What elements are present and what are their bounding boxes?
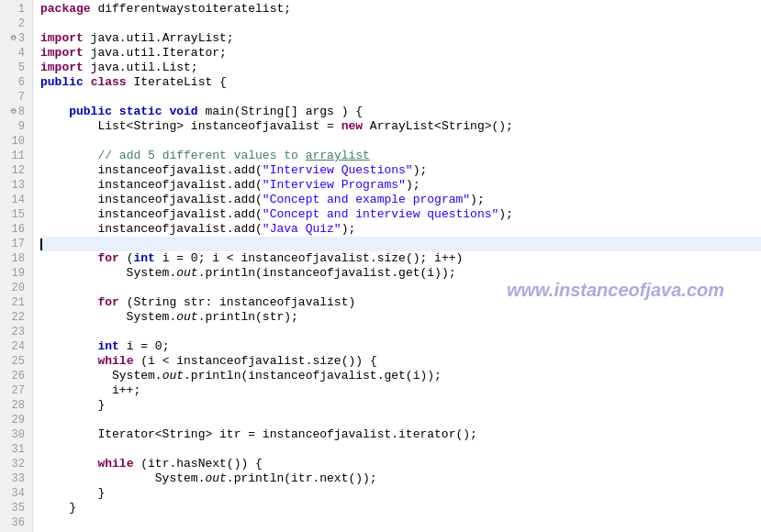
code-token: int [97, 339, 118, 354]
code-token [40, 339, 97, 354]
line-number-1: 1 [7, 2, 25, 17]
fold-icon-8[interactable]: ⊖ [11, 105, 17, 119]
code-token [40, 354, 97, 369]
line-number-16: 16 [7, 222, 25, 237]
code-token [84, 75, 91, 90]
code-line-33: System.out.println(itr.next()); [40, 471, 761, 486]
code-line-36 [40, 515, 761, 530]
line-number-12: 12 [7, 163, 25, 178]
code-token: public [69, 105, 112, 119]
line-number-9: 9 [7, 119, 25, 134]
line-number-31: 31 [7, 442, 25, 457]
code-token: "Interview Programs" [263, 178, 406, 193]
code-token: instanceofjavalist.add( [40, 163, 263, 178]
code-token: class [91, 75, 127, 90]
line-number-6: 6 [7, 75, 25, 90]
code-line-31 [40, 442, 761, 457]
code-line-5: import java.util.List; [40, 61, 761, 75]
line-number-8: ⊖8 [7, 105, 25, 119]
code-line-22: System.out.println(str); [40, 310, 761, 325]
code-token: new [341, 119, 363, 134]
code-line-34: } [40, 486, 761, 501]
code-line-2 [40, 17, 761, 31]
code-token: // add 5 different values to [97, 149, 305, 163]
code-line-3: import java.util.ArrayList; [40, 31, 761, 46]
line-number-23: 23 [7, 325, 25, 339]
code-token: instanceofjavalist.add( [40, 178, 263, 193]
code-token: } [40, 486, 105, 501]
code-token [40, 295, 97, 310]
line-number-35: 35 [7, 501, 25, 515]
line-number-36: 36 [7, 515, 25, 530]
line-number-17: 17 [7, 237, 25, 251]
code-token: instanceofjavalist.add( [40, 207, 263, 222]
code-line-25: while (i < instanceofjavalist.size()) { [40, 354, 761, 369]
code-line-12: instanceofjavalist.add("Interview Questi… [40, 163, 761, 178]
line-number-27: 27 [7, 383, 25, 398]
code-token: .println(instanceofjavalist.get(i)); [198, 266, 456, 281]
code-token: instanceofjavalist.add( [40, 222, 263, 237]
code-token [40, 457, 97, 471]
code-line-19: System.out.println(instanceofjavalist.ge… [40, 266, 761, 281]
fold-icon-3[interactable]: ⊖ [11, 31, 17, 46]
line-number-15: 15 [7, 207, 25, 222]
text-cursor [40, 238, 42, 250]
code-line-21: for (String str: instanceofjavalist) [40, 295, 761, 310]
line-number-7: 7 [7, 90, 25, 105]
code-token: void [169, 105, 197, 119]
code-token: } [40, 398, 105, 413]
code-token [162, 105, 170, 119]
line-numbers: 12⊖34567⊖8910111213141516171819202122232… [0, 0, 33, 532]
code-token: differentwaystoiteratelist; [91, 2, 291, 17]
line-number-32: 32 [7, 457, 25, 471]
code-token: ); [341, 222, 356, 237]
code-line-6: public class IterateList { [40, 75, 761, 90]
code-token: i++; [40, 383, 140, 398]
code-token: out [162, 369, 184, 383]
code-line-17 [40, 237, 761, 251]
code-token [40, 251, 97, 266]
line-number-30: 30 [7, 427, 25, 442]
code-token: (i < instanceofjavalist.size()) { [133, 354, 376, 369]
code-lines[interactable]: package differentwaystoiteratelist; impo… [33, 0, 761, 532]
line-number-28: 28 [7, 398, 25, 413]
code-token: main(String[] args ) { [198, 105, 363, 119]
code-line-29 [40, 413, 761, 427]
code-token: "Concept and example program" [263, 193, 470, 207]
code-token: } [40, 501, 76, 515]
code-token: import [40, 46, 84, 61]
line-number-26: 26 [7, 369, 25, 383]
code-token: List<String> instanceofjavalist = [40, 119, 341, 134]
code-token: i = 0; [119, 339, 170, 354]
code-token: import [40, 31, 84, 46]
line-number-5: 5 [7, 61, 25, 75]
line-number-34: 34 [7, 486, 25, 501]
code-token: .println(instanceofjavalist.get(i)); [184, 369, 442, 383]
code-token: int [133, 251, 154, 266]
code-token: import [40, 61, 84, 75]
code-token: while [97, 354, 133, 369]
line-number-4: 4 [7, 46, 25, 61]
line-number-22: 22 [7, 310, 25, 325]
code-line-26: System.out.println(instanceofjavalist.ge… [40, 369, 761, 383]
code-token: "Interview Questions" [263, 163, 413, 178]
code-line-10 [40, 134, 761, 149]
code-token: for [97, 251, 118, 266]
code-line-23 [40, 325, 761, 339]
code-line-13: instanceofjavalist.add("Interview Progra… [40, 178, 761, 193]
code-token [112, 105, 119, 119]
code-line-15: instanceofjavalist.add("Concept and inte… [40, 207, 761, 222]
code-token: System. [40, 266, 176, 281]
code-line-35: } [40, 501, 761, 515]
code-token: ArrayList<String>(); [363, 119, 513, 134]
code-token: ); [406, 178, 420, 193]
code-token: instanceofjavalist.add( [40, 193, 263, 207]
code-line-27: i++; [40, 383, 761, 398]
code-area: 12⊖34567⊖8910111213141516171819202122232… [0, 0, 761, 532]
line-number-10: 10 [7, 134, 25, 149]
code-token: java.util.Iterator; [84, 46, 227, 61]
code-token: out [176, 266, 197, 281]
line-number-24: 24 [7, 339, 25, 354]
code-token [40, 149, 97, 163]
code-token: ); [470, 193, 485, 207]
